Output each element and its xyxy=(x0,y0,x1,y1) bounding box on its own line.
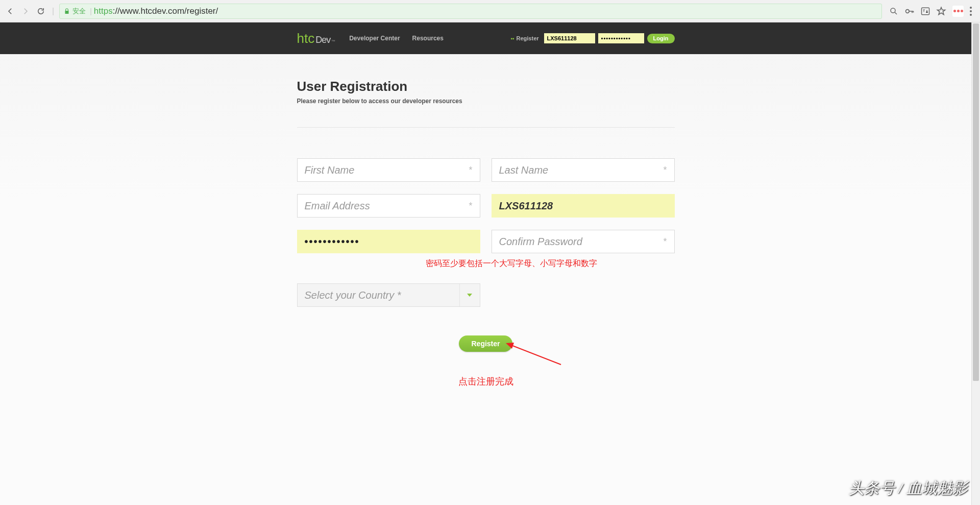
submit-row: Register xyxy=(297,335,675,352)
register-link[interactable]: Register xyxy=(517,35,539,41)
lock-icon xyxy=(64,8,70,14)
svg-rect-2 xyxy=(922,8,929,15)
chevron-down-icon xyxy=(459,284,480,306)
star-icon[interactable] xyxy=(936,6,946,16)
vertical-scrollbar[interactable] xyxy=(971,22,980,505)
logo[interactable]: htc Dev ™ xyxy=(297,31,335,46)
extension-icon[interactable] xyxy=(952,6,964,17)
register-button[interactable]: Register xyxy=(459,335,512,352)
people-icon: ▪▪ xyxy=(510,36,514,41)
country-select[interactable]: Select your Country * xyxy=(297,283,480,307)
required-mark: * xyxy=(663,236,667,247)
username-field[interactable] xyxy=(492,194,675,218)
translate-icon[interactable] xyxy=(921,7,930,16)
required-mark: * xyxy=(469,201,472,211)
required-mark: * xyxy=(663,165,667,176)
nav-resources[interactable]: Resources xyxy=(412,35,444,42)
address-bar[interactable]: 安全 | https://www.htcdev.com/register/ xyxy=(59,4,882,19)
click-hint-annotation: 点击注册完成 xyxy=(297,375,675,388)
header-password-input[interactable] xyxy=(598,33,644,43)
reload-button[interactable] xyxy=(35,5,47,17)
divider xyxy=(297,127,675,128)
required-mark: * xyxy=(469,165,472,176)
page-subtitle: Please register below to access our deve… xyxy=(297,98,675,105)
register-link-area: ▪▪ Register xyxy=(510,35,538,41)
separator: | xyxy=(50,7,56,16)
first-name-field[interactable]: * xyxy=(297,158,480,182)
last-name-field[interactable]: * xyxy=(492,158,675,182)
site-header: htc Dev ™ Developer Center Resources ▪▪ … xyxy=(0,22,971,54)
arrow-annotation xyxy=(505,342,566,367)
country-select-label: Select your Country * xyxy=(305,290,401,301)
zoom-icon[interactable] xyxy=(889,7,898,16)
password-field[interactable]: •••••••••••• xyxy=(297,230,480,253)
registration-form: * * * •••••••••••• * xyxy=(297,158,675,307)
confirm-password-input[interactable] xyxy=(499,230,667,253)
key-icon[interactable] xyxy=(904,6,915,16)
svg-line-3 xyxy=(510,345,561,365)
menu-button[interactable] xyxy=(970,7,972,16)
header-username-input[interactable] xyxy=(544,33,595,43)
back-button[interactable] xyxy=(4,5,16,17)
page-title: User Registration xyxy=(297,79,675,94)
confirm-password-field[interactable]: * xyxy=(492,230,675,253)
password-input[interactable]: •••••••••••• xyxy=(305,236,360,248)
browser-actions xyxy=(889,6,976,17)
svg-point-0 xyxy=(891,8,895,13)
scrollbar-thumb[interactable] xyxy=(973,23,979,381)
first-name-input[interactable] xyxy=(305,159,473,181)
nav-developer-center[interactable]: Developer Center xyxy=(349,35,400,42)
secure-label: 安全 xyxy=(72,7,86,16)
main-content: User Registration Please register below … xyxy=(297,54,675,388)
login-button[interactable]: Login xyxy=(647,34,675,43)
username-input[interactable] xyxy=(499,195,667,217)
forward-button[interactable] xyxy=(19,5,32,17)
email-field[interactable]: * xyxy=(297,194,480,218)
last-name-input[interactable] xyxy=(499,159,667,181)
browser-toolbar: | 安全 | https://www.htcdev.com/register/ xyxy=(0,0,980,22)
url-text: https://www.htcdev.com/register/ xyxy=(94,6,218,16)
email-input[interactable] xyxy=(305,195,473,217)
password-hint-annotation: 密码至少要包括一个大写字母、小写字母和数字 xyxy=(297,258,675,269)
svg-point-1 xyxy=(906,9,910,13)
